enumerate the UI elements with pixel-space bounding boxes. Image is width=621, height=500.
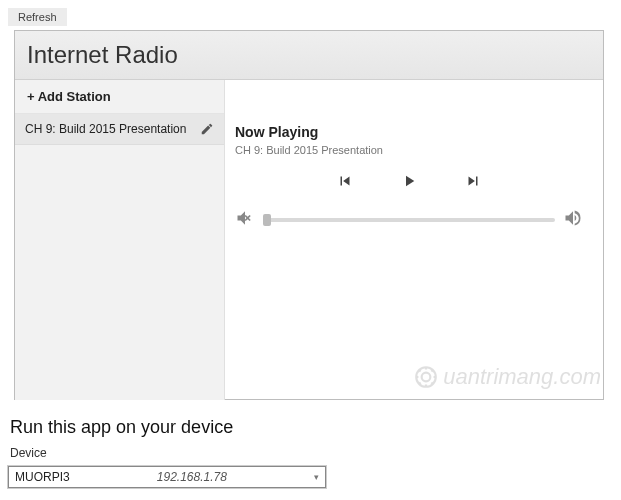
app-title: Internet Radio [15,31,603,80]
edit-icon[interactable] [200,122,214,136]
add-station-button[interactable]: + Add Station [15,80,224,114]
app-window: Internet Radio + Add Station CH 9: Build… [14,30,604,400]
chevron-down-icon: ▾ [314,472,319,482]
watermark-text: uantrimang.com [443,364,601,390]
volume-thumb[interactable] [263,214,271,226]
device-label: Device [10,446,47,460]
device-name: MUORPI3 [15,470,70,484]
device-ip: 192.168.1.78 [70,470,314,484]
app-body: + Add Station CH 9: Build 2015 Presentat… [15,80,603,400]
mute-icon[interactable] [235,208,255,232]
player-panel: Now Playing CH 9: Build 2015 Presentatio… [225,80,603,400]
station-sidebar: + Add Station CH 9: Build 2015 Presentat… [15,80,225,400]
transport-controls [235,172,583,194]
play-icon[interactable] [400,172,418,194]
volume-control [235,208,583,232]
previous-track-icon[interactable] [336,172,354,194]
device-dropdown[interactable]: MUORPI3 192.168.1.78 ▾ [8,466,326,488]
svg-point-1 [422,373,431,382]
refresh-button[interactable]: Refresh [8,8,67,26]
run-heading: Run this app on your device [10,417,233,438]
next-track-icon[interactable] [464,172,482,194]
station-item[interactable]: CH 9: Build 2015 Presentation [15,114,224,145]
now-playing-track: CH 9: Build 2015 Presentation [235,144,583,156]
watermark: uantrimang.com [413,364,601,390]
now-playing-heading: Now Playing [235,124,583,140]
volume-slider[interactable] [263,218,555,222]
station-item-label: CH 9: Build 2015 Presentation [25,122,186,136]
volume-icon[interactable] [563,208,583,232]
